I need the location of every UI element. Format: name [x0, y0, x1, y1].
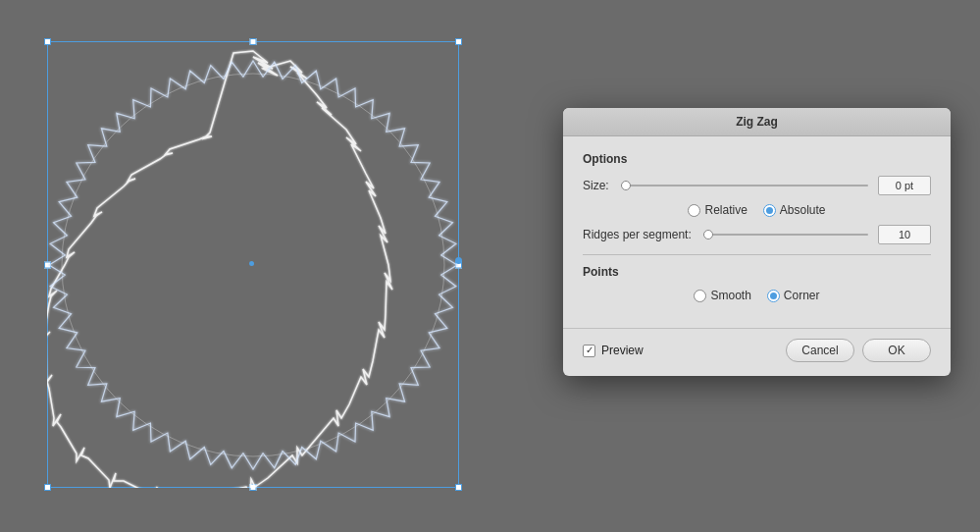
divider — [583, 254, 931, 255]
right-anchor — [455, 257, 462, 264]
center-anchor — [249, 261, 254, 266]
relative-option[interactable]: Relative — [688, 203, 747, 217]
preview-label: Preview — [601, 344, 644, 357]
corner-option[interactable]: Corner — [767, 289, 820, 302]
ridges-slider-thumb[interactable] — [703, 230, 713, 239]
dialog-titlebar: Zig Zag — [563, 108, 951, 136]
points-section: Points Smooth Corner — [583, 265, 931, 302]
smooth-corner-row: Smooth Corner — [583, 289, 931, 302]
ridges-value[interactable]: 10 — [878, 225, 931, 244]
options-label: Options — [583, 152, 931, 166]
relative-label: Relative — [704, 203, 747, 217]
size-slider-track[interactable] — [621, 185, 868, 186]
size-row: Size: 0 pt — [583, 176, 931, 195]
ridges-label: Ridges per segment: — [583, 228, 692, 241]
dialog-title: Zig Zag — [736, 115, 778, 129]
corner-radio[interactable] — [767, 290, 780, 302]
absolute-label: Absolute — [780, 203, 826, 217]
size-value[interactable]: 0 pt — [878, 176, 931, 195]
canvas-area — [0, 0, 500, 532]
preview-row: Preview — [583, 344, 778, 357]
ridges-row: Ridges per segment: 10 — [583, 225, 931, 244]
ok-button[interactable]: OK — [862, 339, 931, 362]
size-slider-container — [617, 185, 872, 186]
smooth-option[interactable]: Smooth — [694, 289, 750, 302]
size-slider-thumb[interactable] — [621, 181, 631, 190]
corner-label: Corner — [784, 289, 820, 302]
preview-checkbox[interactable] — [583, 345, 595, 357]
ridges-slider-track[interactable] — [703, 234, 868, 236]
size-label: Size: — [583, 179, 609, 192]
smooth-radio[interactable] — [694, 290, 706, 302]
dialog-footer: Preview Cancel OK — [563, 328, 951, 376]
relative-radio[interactable] — [688, 204, 700, 217]
ridges-slider-container — [699, 234, 872, 236]
smooth-label: Smooth — [710, 289, 750, 302]
cancel-button[interactable]: Cancel — [786, 339, 854, 362]
absolute-radio[interactable] — [763, 204, 776, 217]
dialog-body: Options Size: 0 pt Relative Absolute — [563, 136, 951, 328]
points-label: Points — [583, 265, 931, 279]
zigzag-dialog: Zig Zag Options Size: 0 pt Relative Abso… — [563, 108, 951, 376]
relative-absolute-row: Relative Absolute — [583, 203, 931, 217]
absolute-option[interactable]: Absolute — [763, 203, 826, 217]
